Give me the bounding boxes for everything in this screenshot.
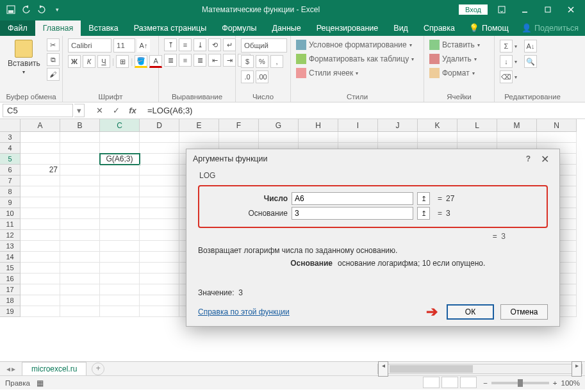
cell[interactable] [100, 295, 140, 306]
row-header[interactable]: 10 [0, 208, 21, 219]
scroll-left-icon[interactable]: ◂ [378, 361, 388, 377]
share-button[interactable]: 👤Поделиться [515, 20, 585, 36]
undo-icon[interactable] [21, 4, 32, 15]
cell[interactable] [21, 208, 60, 219]
cell[interactable] [60, 165, 100, 176]
zoom-level[interactable]: 100% [561, 379, 580, 387]
save-icon[interactable] [5, 4, 17, 15]
increase-font-icon[interactable]: A↑ [137, 39, 150, 52]
autosum-icon[interactable]: Σ [500, 40, 513, 53]
column-header[interactable]: H [299, 119, 338, 132]
scroll-thumb[interactable] [390, 365, 473, 373]
column-header[interactable]: G [259, 119, 299, 132]
cell[interactable] [457, 132, 497, 143]
sheet-tab[interactable]: microexcel.ru [22, 362, 87, 375]
cell[interactable] [21, 219, 60, 230]
italic-button[interactable]: К [83, 55, 95, 68]
cell[interactable] [21, 274, 60, 284]
column-header[interactable]: J [378, 119, 418, 132]
number-format-select[interactable]: Общий [241, 38, 287, 53]
wrap-text-icon[interactable]: ↵ [223, 38, 236, 51]
cells-insert[interactable]: Вставить ▾ [429, 40, 480, 50]
cell[interactable]: G(A6;3) [100, 154, 140, 165]
column-header[interactable]: C [100, 119, 140, 132]
column-header[interactable]: F [219, 119, 259, 132]
cell[interactable] [21, 295, 60, 306]
tab-view[interactable]: Вид [386, 20, 416, 36]
column-header[interactable]: K [418, 119, 457, 132]
function-help-link[interactable]: Справка по этой функции [198, 307, 290, 316]
cell[interactable] [60, 208, 100, 219]
decrease-indent-icon[interactable]: ⇤ [208, 54, 221, 67]
cell[interactable] [21, 186, 60, 197]
fill-icon[interactable]: ↓ [500, 55, 513, 68]
tab-file[interactable]: Файл [0, 20, 35, 36]
cell[interactable] [140, 219, 179, 230]
cell[interactable] [100, 197, 140, 208]
row-header[interactable]: 11 [0, 219, 21, 230]
cell[interactable] [60, 154, 100, 165]
cell[interactable] [100, 176, 140, 186]
bold-button[interactable]: Ж [68, 55, 81, 68]
cell[interactable] [299, 132, 338, 143]
cell[interactable] [60, 274, 100, 284]
cell[interactable] [100, 306, 140, 317]
cell[interactable] [21, 154, 60, 165]
cell[interactable] [140, 176, 179, 186]
cell[interactable] [418, 132, 457, 143]
tab-home[interactable]: Главная [35, 20, 81, 36]
row-header[interactable]: 6 [0, 165, 21, 176]
tab-help[interactable]: Справка [416, 20, 463, 36]
dialog-close-icon[interactable]: ✕ [537, 153, 553, 165]
sheet-nav-first-icon[interactable]: ◂ [6, 364, 10, 373]
cell[interactable] [140, 230, 179, 241]
fill-color-icon[interactable]: 🪣 [135, 55, 147, 68]
row-header[interactable]: 15 [0, 263, 21, 274]
cell[interactable] [60, 219, 100, 230]
minimize-icon[interactable] [513, 0, 536, 19]
cells-delete[interactable]: Удалить ▾ [429, 54, 477, 64]
decrease-decimal-icon[interactable]: .00 [256, 70, 268, 83]
page-layout-view-icon[interactable] [441, 377, 458, 388]
copy-icon[interactable]: ⧉ [47, 53, 60, 66]
cell[interactable] [60, 284, 100, 295]
cell[interactable] [21, 306, 60, 317]
redo-icon[interactable] [36, 4, 47, 15]
cell[interactable] [60, 143, 100, 154]
tab-pagelayout[interactable]: Разметка страницы [126, 20, 214, 36]
format-painter-icon[interactable]: 🖌 [47, 68, 60, 81]
scroll-right-icon[interactable]: ▸ [572, 361, 582, 377]
column-header[interactable]: M [497, 119, 537, 132]
cell[interactable] [140, 197, 179, 208]
cancel-button[interactable]: Отмена [500, 304, 548, 320]
row-header[interactable]: 4 [0, 143, 21, 154]
cell[interactable] [60, 295, 100, 306]
tab-review[interactable]: Рецензирование [309, 20, 386, 36]
zoom-out-icon[interactable]: − [483, 379, 488, 387]
page-break-view-icon[interactable] [460, 377, 477, 388]
underline-button[interactable]: Ч [97, 55, 110, 68]
name-box[interactable]: C5 [3, 104, 73, 117]
cell[interactable] [100, 284, 140, 295]
column-header[interactable]: E [179, 119, 219, 132]
cell[interactable] [60, 263, 100, 274]
cell[interactable] [219, 132, 259, 143]
row-header[interactable]: 5 [0, 154, 21, 165]
cell[interactable] [537, 132, 577, 143]
currency-icon[interactable]: $ [241, 55, 254, 68]
paste-button[interactable]: Вставить ▾ [5, 38, 43, 76]
row-header[interactable]: 16 [0, 274, 21, 284]
tell-me[interactable]: 💡Помощ [463, 20, 515, 36]
maximize-icon[interactable] [536, 0, 559, 19]
align-bottom-icon[interactable]: ⤓ [194, 38, 206, 51]
cell[interactable] [140, 295, 179, 306]
cell[interactable] [140, 186, 179, 197]
cell[interactable] [21, 197, 60, 208]
cell[interactable] [179, 132, 219, 143]
orientation-icon[interactable]: ⟲ [208, 38, 221, 51]
zoom-slider[interactable] [491, 382, 549, 384]
cell[interactable] [100, 263, 140, 274]
cell[interactable] [100, 186, 140, 197]
cell[interactable] [497, 132, 537, 143]
cell[interactable] [140, 252, 179, 263]
